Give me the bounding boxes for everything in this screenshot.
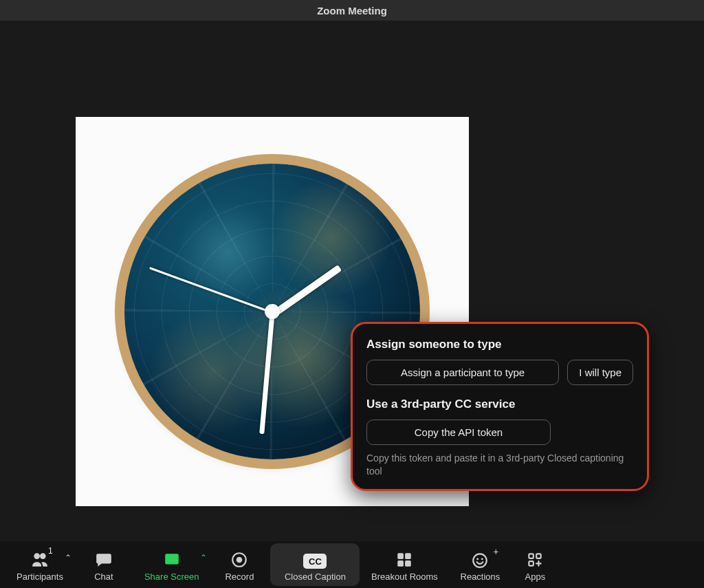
clock-second-hand [149, 267, 273, 314]
share-screen-icon [163, 551, 181, 569]
copy-api-token-button[interactable]: Copy the API token [366, 420, 551, 445]
apps-button[interactable]: Apps [511, 543, 559, 586]
chat-icon [95, 551, 113, 569]
closed-caption-button[interactable]: CC Closed Caption [270, 543, 360, 586]
closed-caption-label: Closed Caption [285, 571, 346, 582]
meeting-toolbar: 1 ⌃ Participants Chat ⌃ Share Screen Rec… [0, 541, 704, 588]
share-screen-button[interactable]: ⌃ Share Screen [135, 543, 209, 586]
clock-hour-hand [270, 265, 342, 318]
plus-icon: + [493, 546, 498, 557]
record-button[interactable]: Record [208, 543, 270, 586]
record-label: Record [225, 571, 254, 582]
reactions-icon [471, 551, 489, 569]
svg-point-2 [236, 557, 243, 563]
window-title: Zoom Meeting [317, 5, 387, 17]
breakout-rooms-label: Breakout Rooms [371, 571, 438, 582]
participants-icon [31, 551, 49, 569]
record-icon [230, 551, 248, 569]
clock-hub [265, 304, 280, 319]
svg-rect-11 [537, 554, 542, 558]
svg-rect-4 [406, 553, 412, 559]
share-screen-label: Share Screen [144, 571, 199, 582]
closed-caption-popup: Assign someone to type Assign a particip… [351, 322, 649, 491]
svg-rect-12 [529, 561, 534, 566]
service-heading: Use a 3rd-party CC service [366, 398, 633, 411]
i-will-type-button[interactable]: I will type [567, 360, 633, 385]
reactions-button[interactable]: + Reactions [449, 543, 511, 586]
svg-point-9 [481, 558, 483, 560]
window-titlebar: Zoom Meeting [0, 0, 704, 21]
chat-label: Chat [94, 571, 113, 582]
svg-rect-6 [406, 560, 412, 567]
svg-rect-5 [398, 560, 404, 567]
clock-minute-hand [259, 314, 274, 434]
chevron-up-icon[interactable]: ⌃ [200, 553, 207, 563]
apps-label: Apps [525, 571, 546, 582]
reactions-label: Reactions [461, 571, 500, 582]
assign-heading: Assign someone to type [366, 338, 633, 351]
svg-rect-3 [398, 553, 404, 559]
participants-label: Participants [16, 571, 63, 582]
helper-text: Copy this token and paste it in a 3rd-pa… [366, 452, 633, 478]
assign-button-row: Assign a participant to type I will type [366, 360, 633, 385]
meeting-stage: Assign someone to type Assign a particip… [0, 21, 704, 541]
participants-button[interactable]: 1 ⌃ Participants [7, 543, 73, 586]
svg-point-8 [477, 558, 479, 560]
svg-point-7 [474, 554, 487, 567]
assign-participant-button[interactable]: Assign a participant to type [366, 360, 559, 385]
cc-icon: CC [303, 554, 327, 569]
chevron-up-icon[interactable]: ⌃ [65, 553, 72, 563]
apps-icon [526, 551, 544, 569]
participants-count: 1 [48, 546, 53, 556]
breakout-rooms-icon [395, 551, 413, 569]
chat-button[interactable]: Chat [73, 543, 135, 586]
breakout-rooms-button[interactable]: Breakout Rooms [360, 543, 449, 586]
svg-rect-10 [529, 554, 534, 558]
